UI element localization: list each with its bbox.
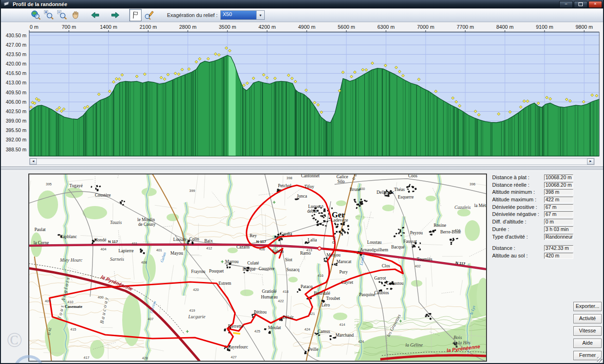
arrow-right-icon[interactable] [109,9,121,21]
svg-text:Siot: Siot [285,257,293,262]
close-button[interactable]: × [588,1,602,8]
flag-tool-icon[interactable] [129,9,142,21]
svg-text:le Moulin: le Moulin [137,217,155,222]
stat-value: 67 m [544,204,573,210]
stat-value: 3 h 03 min [544,226,573,232]
export-button[interactable]: Exporter... [573,302,602,311]
svg-text:Estrem: Estrem [218,281,232,286]
svg-text:402.50 m: 402.50 m [6,108,26,114]
pan-hand-icon[interactable] [70,9,81,21]
svg-text:Cazaleis: Cazaleis [454,205,471,210]
activity-button[interactable]: Activité [573,314,602,323]
svg-text:Gabastou: Gabastou [386,281,403,286]
svg-text:Peyrou: Peyrou [410,231,423,235]
svg-text:3500 m: 3500 m [219,24,236,30]
svg-text:399.00 m: 399.00 m [6,118,26,124]
svg-text:402: 402 [415,264,421,268]
svg-text:Rey: Rey [250,233,257,238]
svg-text:388.50 m: 388.50 m [6,147,26,152]
svg-text:Tifoy: Tifoy [304,184,314,189]
topo-map[interactable]: 3953993984003964044044014064134024204004… [29,174,487,361]
svg-text:411: 411 [132,241,137,246]
svg-text:Cantonnet: Cantonnet [301,174,319,178]
scroll-right-button[interactable]: ► [587,158,594,165]
profile-pen-icon[interactable] [143,9,155,21]
stat-row: Distance à plat :10068.20 m [492,174,573,182]
pane-splitter[interactable] [0,166,604,171]
svg-text:Coustère: Coustère [95,193,111,198]
zoom-in-icon[interactable] [43,9,55,21]
svg-text:Silo: Silo [337,179,345,184]
svg-text:Cazalis: Cazalis [236,245,250,249]
svg-text:401: 401 [156,248,162,252]
map-panel[interactable]: 3953993984003964044044014064134024204004… [28,174,487,362]
svg-text:de Couny: de Couny [138,222,156,227]
svg-text:427.00 m: 427.00 m [6,42,26,48]
stat-value: 398 m [544,189,573,195]
stat-row: Altitude au sol :420 m [492,253,573,260]
svg-text:395.50 m: 395.50 m [6,127,26,133]
svg-text:Mayou: Mayou [170,251,183,256]
svg-text:418: 418 [283,290,289,294]
stat-value: 0 m [544,219,573,225]
svg-text:Pierrette: Pierrette [228,324,243,329]
copyright-watermark: © [7,330,22,351]
svg-text:9800 m: 9800 m [576,24,593,30]
svg-text:debat: debat [307,209,317,214]
svg-text:430.50 m: 430.50 m [6,33,26,38]
zoom-out-icon[interactable] [57,9,68,21]
svg-text:8400 m: 8400 m [496,24,514,30]
elevation-profile-chart[interactable]: 0 m700 m1400 m2100 m2800 m3500 m4200 m49… [0,22,604,166]
svg-text:Faussat: Faussat [403,239,417,244]
svg-text:413.00 m: 413.00 m [6,80,26,85]
svg-text:406: 406 [259,247,265,251]
svg-text:409.50 m: 409.50 m [6,90,26,95]
svg-text:Tugayé: Tugayé [69,183,83,188]
scroll-left-button[interactable]: ◄ [30,158,37,165]
activity-type-value[interactable]: Randonneur [544,234,573,240]
svg-text:Marucat: Marucat [336,259,352,264]
svg-text:Moulat: Moulat [268,325,281,330]
svg-text:0 m: 0 m [30,24,38,30]
help-button[interactable]: Aide [573,339,602,348]
svg-text:2800 m: 2800 m [179,24,197,30]
svg-text:420: 420 [193,288,199,292]
svg-text:Frayrou: Frayrou [191,269,205,274]
relief-exaggeration-select[interactable]: X50 ▼ [220,10,265,20]
svg-text:404: 404 [101,247,107,251]
svg-text:417: 417 [84,356,90,360]
svg-text:Casemate: Casemate [65,304,83,309]
chart-horizontal-scrollbar[interactable]: ◄ ► [29,158,595,165]
stat-row: Dénivelée positive :67 m [492,204,573,212]
relief-exaggeration-value: X50 [221,11,256,19]
svg-text:419: 419 [189,308,195,313]
svg-text:407: 407 [148,317,154,321]
svg-text:6300 m: 6300 m [378,24,395,30]
svg-text:4900 m: 4900 m [298,24,316,30]
svg-text:la Corne: la Corne [34,240,49,245]
svg-text:398: 398 [286,176,293,180]
svg-text:Lucgarie: Lucgarie [188,314,206,319]
svg-text:700 m: 700 m [62,24,76,30]
stat-value: 10068.20 m [544,182,573,188]
svg-text:Menjou: Menjou [327,253,341,257]
svg-text:Cayrefourc: Cayrefourc [228,345,248,349]
speed-button[interactable]: Vitesse [573,326,602,336]
title-bar: Profil de la randonnée – × [0,0,604,8]
arrow-left-icon[interactable] [90,9,101,21]
svg-text:2100 m: 2100 m [140,24,157,30]
svg-text:Ladevèze: Ladevèze [331,218,348,223]
svg-text:416: 416 [318,273,324,278]
resize-grip[interactable] [597,357,603,363]
svg-text:410: 410 [67,300,74,304]
maximize-button[interactable] [574,1,587,8]
svg-text:424: 424 [304,327,310,331]
svg-text:Camus: Camus [318,329,330,334]
minimize-button[interactable]: – [559,1,573,8]
combo-arrow-icon[interactable]: ▼ [256,11,264,19]
svg-text:Pury: Pury [339,270,348,274]
zoom-globe-icon[interactable] [30,9,42,21]
svg-text:la Métairie: la Métairie [474,203,487,208]
stat-value: 3742.33 m [544,245,573,251]
svg-text:N 117: N 117 [108,240,118,244]
